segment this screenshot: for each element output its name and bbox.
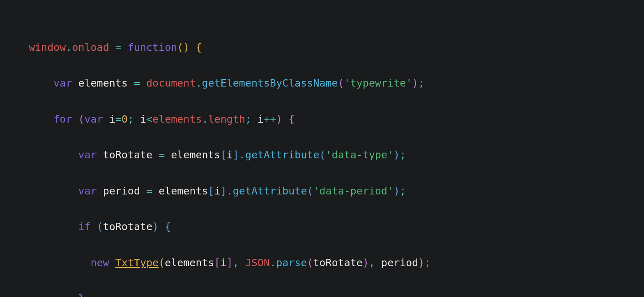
code-line: var elements = document.getElementsByCla… — [29, 74, 636, 92]
token-space — [165, 149, 171, 161]
token-paren: ( — [307, 257, 313, 269]
token-identifier: i — [221, 257, 227, 269]
token-indent — [29, 113, 53, 125]
token-length: length — [208, 113, 245, 125]
token-paren: ( — [78, 113, 84, 125]
token-brace: { — [165, 221, 171, 233]
token-identifier: toRotate — [313, 257, 363, 269]
token-identifier: i — [140, 113, 146, 125]
token-paren: ) — [276, 113, 282, 125]
token-identifier: elements — [165, 257, 214, 269]
token-space — [109, 257, 115, 269]
token-paren: ) — [418, 257, 424, 269]
token-indent — [29, 185, 78, 197]
token-paren: ( — [177, 41, 183, 53]
token-indent — [29, 257, 91, 269]
token-var: var — [85, 113, 103, 125]
token-space — [122, 41, 128, 53]
token-space — [109, 41, 115, 53]
token-identifier: period — [381, 257, 418, 269]
code-line: new TxtType(elements[i], JSON.parse(toRo… — [29, 254, 636, 272]
token-string: 'data-period' — [313, 185, 394, 197]
token-equals: = — [115, 41, 122, 53]
token-bracket: [ — [214, 257, 221, 269]
token-paren: ( — [307, 185, 313, 197]
token-space — [282, 113, 288, 125]
token-bracket: ] — [227, 257, 233, 269]
token-space — [140, 77, 146, 89]
token-space — [159, 221, 165, 233]
code-line: window.onload = function() { — [29, 39, 636, 57]
token-identifier: elements — [171, 149, 220, 161]
token-dot: . — [202, 113, 208, 125]
token-comma: , — [233, 257, 239, 269]
code-line: if (toRotate) { — [29, 218, 636, 236]
token-var: var — [53, 77, 72, 89]
token-paren: ) — [393, 149, 400, 161]
token-dot: . — [239, 149, 245, 161]
token-paren: ( — [97, 221, 103, 233]
token-semi: ; — [424, 257, 430, 269]
token-method: parse — [276, 257, 307, 269]
code-line: var toRotate = elements[i].getAttribute(… — [29, 146, 636, 164]
token-brace: { — [288, 113, 294, 125]
token-identifier: elements — [78, 77, 127, 89]
token-equals: = — [134, 77, 140, 89]
token-bracket: ] — [233, 149, 239, 161]
token-for: for — [53, 113, 72, 125]
token-number: 0 — [122, 113, 128, 125]
token-lt: < — [146, 113, 152, 125]
token-paren: ) — [152, 221, 159, 233]
token-if: if — [78, 221, 90, 233]
token-json: JSON — [245, 257, 270, 269]
token-inc: ++ — [264, 113, 276, 125]
token-bracket: [ — [221, 149, 227, 161]
token-dot: . — [66, 41, 72, 53]
token-equals: = — [146, 185, 152, 197]
code-line: } — [29, 290, 636, 297]
token-method: getAttribute — [233, 185, 307, 197]
token-semi: ; — [418, 77, 424, 89]
token-string: 'data-type' — [326, 149, 394, 161]
token-space — [97, 185, 103, 197]
token-brace: { — [196, 41, 202, 53]
token-indent — [29, 292, 78, 297]
token-identifier: elements — [159, 185, 208, 197]
token-space — [128, 77, 134, 89]
token-space — [239, 257, 245, 269]
token-var: var — [78, 149, 97, 161]
code-line: for (var i=0; i<elements.length; i++) { — [29, 110, 636, 128]
token-identifier: i — [109, 113, 115, 125]
token-equals: = — [159, 149, 165, 161]
token-onload: onload — [72, 41, 109, 53]
token-space — [152, 185, 159, 197]
token-space — [375, 257, 381, 269]
token-identifier: i — [227, 149, 233, 161]
token-space — [189, 41, 196, 53]
token-function: function — [128, 41, 177, 53]
token-indent — [29, 77, 53, 89]
token-elements: elements — [152, 113, 202, 125]
token-paren: ( — [320, 149, 326, 161]
token-space — [97, 149, 103, 161]
token-comma: , — [369, 257, 375, 269]
token-bracket: [ — [208, 185, 214, 197]
token-class-link[interactable]: TxtType — [115, 257, 159, 269]
token-dot: . — [227, 185, 233, 197]
token-space — [140, 185, 146, 197]
token-bracket: ] — [221, 185, 227, 197]
token-paren: ) — [183, 41, 189, 53]
token-paren: ) — [363, 257, 369, 269]
code-editor[interactable]: window.onload = function() { var element… — [0, 0, 644, 297]
token-identifier: period — [103, 185, 140, 197]
token-paren: ) — [412, 77, 418, 89]
token-space — [72, 113, 78, 125]
token-string: 'typewrite' — [344, 77, 412, 89]
token-semi: ; — [245, 113, 251, 125]
token-paren: ( — [159, 257, 165, 269]
token-semi: ; — [400, 149, 406, 161]
token-semi: ; — [400, 185, 406, 197]
token-method: getElementsByClassName — [202, 77, 338, 89]
token-var: var — [78, 185, 97, 197]
token-space — [251, 113, 258, 125]
